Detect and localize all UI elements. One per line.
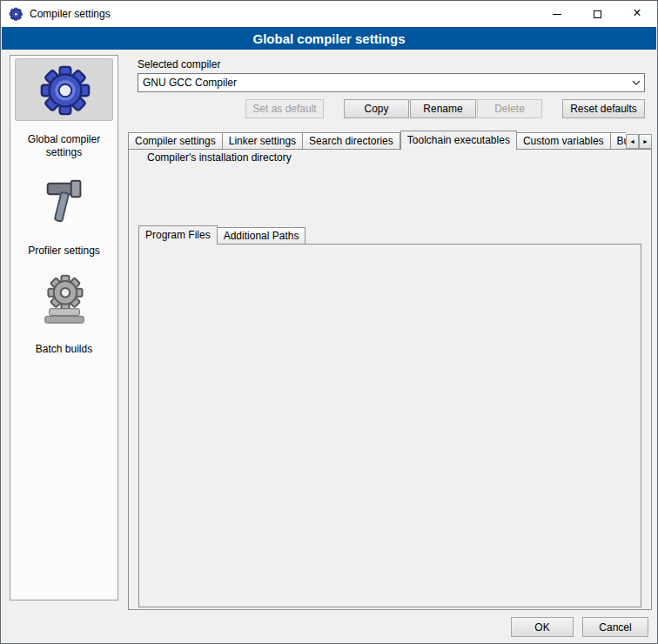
rename-button[interactable]: Rename bbox=[410, 99, 476, 118]
page-title: Global compiler settings bbox=[2, 27, 656, 50]
maximize-button[interactable] bbox=[577, 1, 617, 27]
minimize-icon bbox=[553, 14, 561, 15]
blue-gear-icon bbox=[37, 63, 91, 117]
tab-build-options[interactable]: Buil bbox=[611, 132, 626, 149]
tab-compiler-settings[interactable]: Compiler settings bbox=[128, 132, 223, 149]
sidebar-icon-box bbox=[15, 268, 113, 331]
maximize-icon bbox=[594, 10, 601, 18]
tab-toolchain-executables[interactable]: Toolchain executables bbox=[400, 131, 517, 150]
cancel-button[interactable]: Cancel bbox=[582, 617, 648, 637]
sidebar: Global compiler settings Profiler settin… bbox=[10, 55, 118, 600]
sub-tabstrip: Program Files Additional Paths bbox=[138, 225, 400, 245]
sidebar-item-label: Global compiler settings bbox=[17, 133, 111, 159]
ok-button[interactable]: OK bbox=[511, 617, 574, 637]
compiler-settings-window: Compiler settings × Global compiler sett… bbox=[0, 0, 658, 644]
tab-custom-variables[interactable]: Custom variables bbox=[517, 132, 611, 149]
copy-button[interactable]: Copy bbox=[344, 99, 409, 118]
gray-gears-icon bbox=[37, 272, 91, 326]
install-dir-group-label: Compiler's installation directory bbox=[144, 151, 295, 164]
close-icon: × bbox=[633, 6, 641, 20]
tab-scroll-right-button[interactable]: ► bbox=[639, 134, 652, 149]
compiler-combobox-value: GNU GCC Compiler bbox=[138, 77, 628, 89]
sidebar-item-label: Batch builds bbox=[17, 343, 111, 356]
close-button[interactable]: × bbox=[617, 1, 657, 27]
compiler-combobox[interactable]: GNU GCC Compiler bbox=[138, 73, 645, 92]
app-gear-icon bbox=[9, 7, 23, 21]
sidebar-item-label: Profiler settings bbox=[17, 245, 111, 258]
tab-search-directories[interactable]: Search directories bbox=[303, 132, 400, 149]
sidebar-item-global-compiler-settings[interactable]: Global compiler settings bbox=[10, 58, 118, 159]
subtab-program-files[interactable]: Program Files bbox=[138, 225, 218, 245]
window-title: Compiler settings bbox=[30, 8, 111, 20]
tab-linker-settings[interactable]: Linker settings bbox=[223, 132, 303, 149]
delete-button[interactable]: Delete bbox=[477, 99, 542, 118]
notebook-tabstrip: Compiler settings Linker settings Search… bbox=[128, 131, 626, 150]
chevron-down-icon bbox=[628, 80, 644, 85]
sidebar-item-profiler-settings[interactable]: Profiler settings bbox=[10, 170, 118, 258]
caption-buttons: × bbox=[537, 1, 657, 27]
sidebar-icon-box bbox=[15, 58, 113, 121]
selected-compiler-label: Selected compiler bbox=[138, 58, 220, 70]
reset-defaults-button[interactable]: Reset defaults bbox=[562, 99, 645, 118]
sidebar-item-batch-builds[interactable]: Batch builds bbox=[10, 268, 118, 356]
titlebar[interactable]: Compiler settings × bbox=[1, 1, 657, 27]
program-files-panel bbox=[138, 244, 641, 607]
subtab-additional-paths[interactable]: Additional Paths bbox=[218, 227, 306, 244]
minimize-button[interactable] bbox=[537, 1, 577, 27]
sidebar-icon-box bbox=[15, 170, 113, 232]
set-as-default-button[interactable]: Set as default bbox=[245, 99, 324, 118]
hammer-tool-icon bbox=[37, 174, 91, 228]
tab-scroll-left-button[interactable]: ◄ bbox=[626, 134, 639, 149]
